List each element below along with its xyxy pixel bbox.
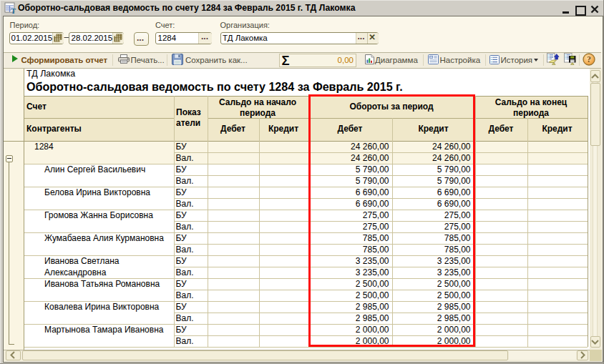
svg-text:?: ?: [587, 54, 591, 64]
svg-text:T: T: [11, 7, 16, 14]
